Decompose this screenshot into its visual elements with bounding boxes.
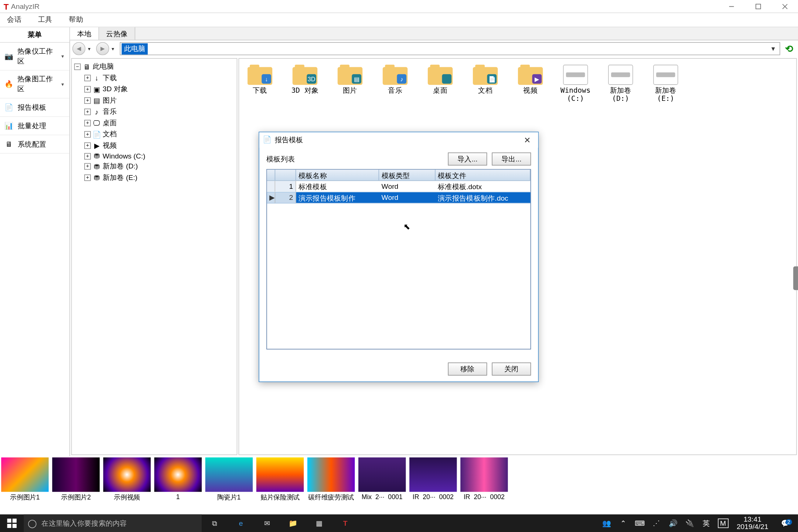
folder-item[interactable]: 新加卷 (E:) bbox=[648, 65, 683, 103]
thumbnail-item[interactable]: IR_20···_0002 bbox=[460, 457, 508, 502]
tree-node[interactable]: +▶视频 bbox=[74, 140, 235, 151]
tree-node[interactable]: +⛃Windows (C:) bbox=[74, 151, 235, 161]
tray-clock[interactable]: 13:41 2019/4/21 bbox=[734, 515, 771, 531]
node-icon: ▶ bbox=[92, 141, 102, 150]
expand-icon[interactable]: + bbox=[84, 153, 91, 160]
folder-item[interactable]: 新加卷 (D:) bbox=[603, 65, 638, 103]
window-minimize-button[interactable] bbox=[718, 0, 744, 13]
tree-node[interactable]: +♪音乐 bbox=[74, 106, 235, 117]
thumbnail-item[interactable]: 示例视频 bbox=[103, 457, 150, 502]
taskbar-edge[interactable]: e bbox=[228, 514, 254, 532]
folder-item[interactable]: 桌面 bbox=[423, 65, 457, 103]
address-bar[interactable]: 此电脑 ▾ bbox=[120, 42, 780, 55]
tree-node[interactable]: +🖵桌面 bbox=[74, 117, 235, 129]
nav-forward-history-icon[interactable]: ▾ bbox=[112, 46, 117, 52]
menu-bar: 会话 工具 帮助 bbox=[0, 13, 798, 27]
thumbnail-item[interactable]: 示例图片2 bbox=[52, 457, 99, 502]
col-file[interactable]: 模板文件 bbox=[436, 170, 531, 180]
window-maximize-button[interactable] bbox=[744, 0, 771, 13]
tree-node[interactable]: +⛃新加卷 (D:) bbox=[74, 161, 235, 172]
thumbnail-item[interactable]: IR_20···_0002 bbox=[409, 457, 457, 502]
remove-button[interactable]: 移除 bbox=[448, 362, 487, 375]
expand-icon[interactable]: + bbox=[84, 174, 91, 181]
folder-item[interactable]: 📄文档 bbox=[468, 65, 502, 103]
task-view-button[interactable]: ⧉ bbox=[202, 514, 228, 532]
expand-icon[interactable]: + bbox=[84, 142, 91, 149]
tray-up-icon[interactable]: ⌃ bbox=[618, 519, 629, 527]
row-index: 2 bbox=[275, 192, 296, 203]
tray-volume-icon[interactable]: 🔊 bbox=[668, 519, 679, 527]
refresh-button[interactable]: ⟲ bbox=[782, 42, 795, 55]
dialog-titlebar[interactable]: 📄 报告模板 ✕ bbox=[259, 132, 538, 148]
resize-handle[interactable] bbox=[793, 266, 798, 290]
expand-icon[interactable]: + bbox=[84, 97, 91, 104]
thumbnail-item[interactable]: 碳纤维疲劳测试 bbox=[307, 457, 355, 502]
taskbar-search[interactable]: ◯ 在这里输入你要搜索的内容 bbox=[24, 514, 202, 532]
grid-row-selected[interactable]: ▶ 2 演示报告模板制作 Word 演示报告模板制作.doc bbox=[267, 192, 531, 204]
folder-item[interactable]: ▤图片 bbox=[333, 65, 367, 103]
tray-power-icon[interactable]: 🔌 bbox=[685, 519, 695, 527]
thumbnail-item[interactable]: 贴片保险测试 bbox=[256, 457, 304, 502]
nav-row: ◄ ▾ ► ▾ 此电脑 ▾ ⟲ bbox=[70, 40, 798, 57]
thumbnail-item[interactable]: 陶瓷片1 bbox=[205, 457, 253, 502]
thumbnail-item[interactable]: 示例图片1 bbox=[1, 457, 48, 502]
folder-item[interactable]: ↓下载 bbox=[243, 65, 277, 103]
menu-help[interactable]: 帮助 bbox=[65, 14, 87, 26]
nav-back-history-icon[interactable]: ▾ bbox=[88, 46, 94, 52]
menu-tools[interactable]: 工具 bbox=[34, 14, 56, 26]
col-name[interactable]: 模板名称 bbox=[296, 170, 379, 180]
collapse-icon[interactable]: − bbox=[74, 64, 81, 70]
window-close-button[interactable] bbox=[771, 0, 798, 13]
tray-ime-mode[interactable]: M bbox=[718, 519, 729, 528]
expand-icon[interactable]: + bbox=[84, 86, 91, 93]
taskbar-app1[interactable]: ▦ bbox=[306, 514, 332, 532]
sidebar-item-thermogram-workspace[interactable]: 🔥 热像图工作区 ▾ bbox=[0, 71, 69, 98]
tree-node[interactable]: +▣3D 对象 bbox=[74, 83, 235, 95]
sidebar-item-label: 报告模板 bbox=[18, 102, 46, 112]
import-button[interactable]: 导入... bbox=[448, 153, 487, 166]
folder-item[interactable]: Windows (C:) bbox=[558, 65, 593, 103]
expand-icon[interactable]: + bbox=[84, 120, 91, 126]
tree-node[interactable]: +↓下载 bbox=[74, 72, 235, 84]
sidebar-header: 菜单 bbox=[0, 27, 69, 43]
tray-keyboard-icon[interactable]: ⌨ bbox=[635, 519, 645, 527]
expand-icon[interactable]: + bbox=[84, 75, 91, 81]
expand-icon[interactable]: + bbox=[84, 131, 91, 138]
tree-node[interactable]: +▤图片 bbox=[74, 95, 235, 106]
thumbnail-item[interactable]: 1 bbox=[154, 457, 202, 502]
nav-back-button[interactable]: ◄ bbox=[72, 42, 85, 55]
menu-session[interactable]: 会话 bbox=[4, 14, 25, 26]
folder-item[interactable]: 3D3D 对象 bbox=[288, 65, 322, 103]
taskbar-mail[interactable]: ✉ bbox=[254, 514, 280, 532]
tree-node[interactable]: +⛃新加卷 (E:) bbox=[74, 172, 235, 184]
start-button[interactable] bbox=[0, 514, 24, 532]
sidebar-item-batch-processing[interactable]: 📊 批量处理 bbox=[0, 117, 69, 135]
thumbnail-item[interactable]: Mix_2···_0001 bbox=[358, 457, 406, 502]
sidebar-item-camera-workspace[interactable]: 📷 热像仪工作区 ▾ bbox=[0, 43, 69, 71]
tab-cloud[interactable]: 云热像 bbox=[99, 27, 135, 40]
tree-root[interactable]: − 🖥 此电脑 bbox=[74, 61, 235, 72]
tree-node[interactable]: +📄文档 bbox=[74, 129, 235, 140]
tray-people-icon[interactable]: 👥 bbox=[601, 519, 612, 527]
close-button[interactable]: 关闭 bbox=[492, 362, 531, 375]
taskbar-explorer[interactable]: 📁 bbox=[280, 514, 306, 532]
tab-local[interactable]: 本地 bbox=[70, 27, 99, 40]
expand-icon[interactable]: + bbox=[84, 109, 91, 115]
sidebar-item-system-config[interactable]: 🖥 系统配置 bbox=[0, 135, 69, 154]
taskbar-analyzir[interactable]: T bbox=[332, 514, 358, 532]
expand-icon[interactable]: + bbox=[84, 163, 91, 170]
address-dropdown-icon[interactable]: ▾ bbox=[768, 44, 778, 52]
tree-label: 视频 bbox=[103, 141, 117, 151]
folder-icon: ↓ bbox=[248, 65, 272, 85]
tray-wifi-icon[interactable]: ⋰ bbox=[651, 519, 662, 527]
dialog-close-button[interactable]: ✕ bbox=[520, 134, 535, 146]
col-type[interactable]: 模板类型 bbox=[379, 170, 436, 180]
nav-forward-button[interactable]: ► bbox=[96, 42, 109, 55]
sidebar-item-report-template[interactable]: 📄 报告模板 bbox=[0, 99, 69, 117]
tray-ime-lang[interactable]: 英 bbox=[701, 518, 712, 528]
folder-item[interactable]: ▶视频 bbox=[513, 65, 548, 103]
grid-row[interactable]: 1 标准模板 Word 标准模板.dotx bbox=[267, 181, 531, 192]
folder-item[interactable]: ♪音乐 bbox=[378, 65, 412, 103]
tray-notifications[interactable]: 💬 2 bbox=[777, 519, 794, 527]
export-button[interactable]: 导出... bbox=[492, 153, 531, 166]
